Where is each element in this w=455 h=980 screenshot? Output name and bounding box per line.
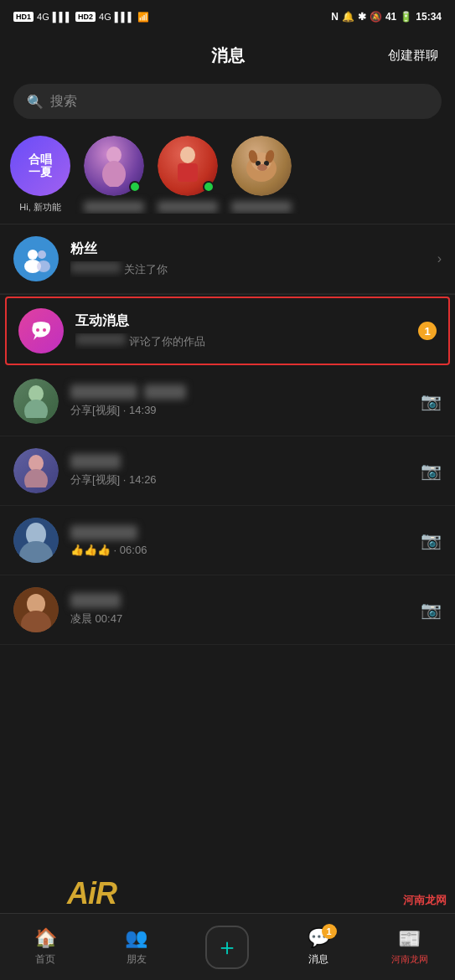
story-avatar-wrap-boy1: [158, 136, 218, 196]
chat-name-row-interact: 互动消息: [75, 312, 406, 330]
chevron-icon-fans: ›: [437, 251, 442, 266]
nfc-icon: N: [331, 11, 339, 23]
chat-avatar-conv3: [13, 518, 59, 563]
svg-point-2: [180, 147, 195, 163]
chat-name-blur-conv2: [70, 454, 121, 469]
svg-point-17: [43, 328, 46, 332]
search-icon: 🔍: [27, 94, 44, 110]
story-avatar-wrap-dog1: [231, 136, 292, 196]
chat-content-fans: 粉丝 关注了你: [70, 240, 426, 277]
chat-item-interact[interactable]: 互动消息 评论了你的作品 1: [5, 297, 450, 365]
chat-preview-conv2: 分享[视频] · 14:26: [70, 472, 409, 487]
time: 15:34: [416, 11, 442, 23]
nav-item-messages[interactable]: 💬 1 消息: [273, 927, 365, 967]
svg-point-14: [37, 260, 50, 272]
story-avatar-chorus: 合唱一夏: [10, 136, 70, 196]
mute-icon: 🔕: [370, 11, 382, 23]
fans-follow-text: 关注了你: [124, 263, 168, 276]
svg-rect-3: [178, 163, 198, 182]
nav-item-friends[interactable]: 👥 朋友: [91, 927, 183, 967]
chat-name-row-fans: 粉丝: [70, 240, 426, 258]
divider-2: [0, 294, 455, 295]
user4-avatar-art: [13, 587, 59, 632]
nav-item-henan[interactable]: 📰 河南龙网: [364, 928, 455, 966]
preview-blur-fans: [70, 261, 121, 273]
chat-name-interact: 互动消息: [75, 312, 129, 330]
header: 消息 创建群聊: [0, 34, 455, 77]
friends-icon: 👥: [125, 927, 147, 949]
hd2-label: HD2: [75, 12, 96, 22]
signal-bars2: ▌▌▌: [115, 12, 134, 22]
alarm-icon: 🔔: [342, 11, 354, 23]
status-bar: HD1 4G ▌▌▌ HD2 4G ▌▌▌ 📶 N 🔔 ✱ 🔕 41 🔋 15:…: [0, 0, 455, 34]
signal-4g1: 4G: [37, 12, 49, 22]
story-label-boy1: [158, 201, 218, 213]
bottom-nav: 🏠 首页 👥 朋友 ＋ 💬 1 消息 📰 河南龙网: [0, 913, 455, 980]
chat-item-fans[interactable]: 粉丝 关注了你 ›: [0, 224, 455, 294]
story-item-chorus[interactable]: 合唱一夏 Hi, 新功能: [10, 136, 70, 214]
messages-badge: 1: [322, 924, 337, 939]
chat-name-fans: 粉丝: [70, 240, 97, 258]
chat-item-conv1[interactable]: 分享[视频] · 14:39 📷: [0, 367, 455, 436]
chat-avatar-conv1: [13, 379, 59, 424]
svg-point-13: [38, 250, 46, 259]
chat-name-blur-conv1: [70, 384, 137, 400]
girl1-silhouette: [97, 145, 131, 187]
plus-button[interactable]: ＋: [205, 926, 249, 969]
create-group-button[interactable]: 创建群聊: [388, 48, 438, 64]
story-item-girl1[interactable]: [84, 136, 144, 213]
status-right: N 🔔 ✱ 🔕 41 🔋 15:34: [331, 11, 442, 23]
chat-avatar-interact: [18, 308, 64, 353]
online-indicator-boy1: [203, 181, 215, 193]
chat-meta-conv2: 📷: [421, 461, 442, 481]
boy1-silhouette: [171, 145, 204, 187]
story-item-dog1[interactable]: [231, 136, 292, 213]
nav-label-messages: 消息: [308, 952, 328, 967]
battery-icon: 🔋: [400, 11, 412, 23]
chat-name-row-conv3: [70, 525, 409, 540]
interact-icon-svg: [27, 317, 55, 345]
nav-item-plus[interactable]: ＋: [182, 926, 273, 969]
chat-preview-conv1: 分享[视频] · 14:39: [70, 403, 409, 418]
signal-bars1: ▌▌▌: [53, 12, 72, 22]
chat-preview-conv3: 👍👍👍 · 06:06: [70, 544, 409, 556]
story-item-boy1[interactable]: [158, 136, 218, 213]
search-bar[interactable]: 🔍 搜索: [13, 84, 442, 119]
nav-item-home[interactable]: 🏠 首页: [0, 927, 91, 967]
chat-preview-fans: 关注了你: [70, 261, 426, 277]
chat-item-conv3[interactable]: 👍👍👍 · 06:06 📷: [0, 506, 455, 575]
nav-label-henan: 河南龙网: [391, 953, 428, 966]
preview-blur-interact: [75, 333, 126, 345]
chat-content-conv1: 分享[视频] · 14:39: [70, 384, 409, 418]
online-indicator-girl1: [129, 181, 141, 193]
story-label-girl1: [84, 201, 144, 213]
dog1-silhouette: [240, 145, 282, 187]
svg-point-11: [28, 250, 38, 260]
chorus-text: 合唱一夏: [28, 153, 52, 179]
chat-content-conv3: 👍👍👍 · 06:06: [70, 525, 409, 556]
camera-icon-conv4: 📷: [421, 600, 442, 620]
chat-content-interact: 互动消息 评论了你的作品: [75, 312, 406, 349]
chat-name-extra-conv1: [144, 384, 186, 400]
chat-content-conv4: 凌晨 00:47: [70, 593, 409, 627]
home-icon: 🏠: [34, 927, 57, 949]
chat-meta-conv3: 📷: [421, 530, 442, 550]
chat-item-conv2[interactable]: 分享[视频] · 14:26 📷: [0, 436, 455, 506]
camera-icon-conv3: 📷: [421, 530, 442, 550]
chat-meta-fans: ›: [437, 251, 442, 266]
bluetooth-icon: ✱: [358, 11, 366, 23]
henan-icon: 📰: [398, 928, 421, 950]
chat-preview-conv4: 凌晨 00:47: [70, 611, 409, 627]
chat-item-conv4[interactable]: 凌晨 00:47 📷: [0, 575, 455, 645]
chat-avatar-conv4: [13, 587, 59, 632]
chat-meta-conv4: 📷: [421, 600, 442, 620]
stories-section: 合唱一夏 Hi, 新功能: [0, 129, 455, 224]
wifi-icon: 📶: [137, 12, 149, 23]
page-title: 消息: [211, 44, 245, 67]
interact-preview-text: 评论了你的作品: [129, 335, 205, 348]
search-placeholder: 搜索: [50, 93, 77, 111]
hd1-label: HD1: [13, 12, 34, 22]
plus-icon: ＋: [215, 931, 239, 963]
story-avatar-dog1: [231, 136, 292, 196]
svg-point-19: [24, 400, 48, 418]
